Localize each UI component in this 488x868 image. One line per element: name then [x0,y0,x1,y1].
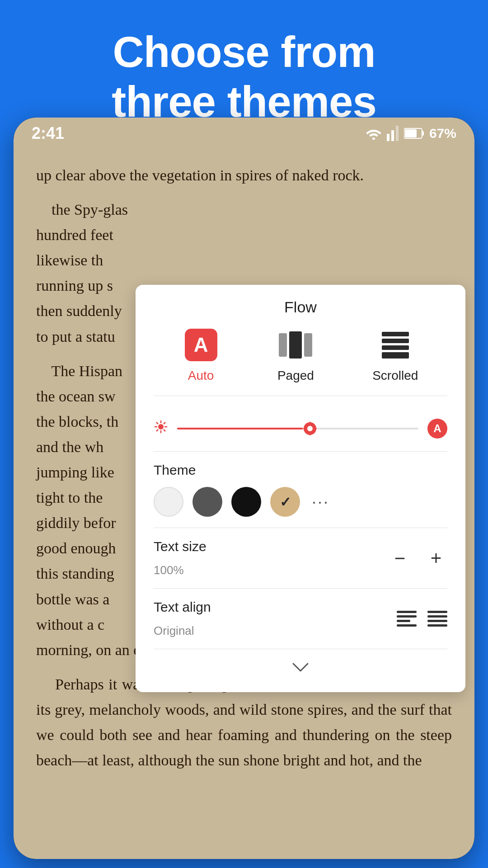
svg-line-12 [156,422,158,424]
brightness-slider[interactable] [177,428,418,429]
text-size-decrease-button[interactable]: − [389,547,411,570]
svg-line-15 [164,422,165,424]
brightness-sun-small-icon [154,420,168,438]
status-bar: 2:41 [14,118,474,149]
text-align-section: Text align Original [154,589,447,649]
flow-option-auto[interactable]: A Auto [183,327,219,383]
theme-section: Theme ··· [154,452,447,528]
scrolled-label: Scrolled [372,368,418,383]
device-wrapper: 2:41 [14,118,474,868]
flow-option-paged[interactable]: Paged [277,327,314,383]
brightness-thumb[interactable] [303,421,317,436]
svg-point-7 [158,424,164,429]
brightness-fill [177,428,310,429]
text-size-info: Text size 100% [154,539,206,577]
theme-gray[interactable] [192,487,222,517]
text-align-label: Text align [154,599,211,615]
text-size-increase-button[interactable]: + [425,547,447,570]
align-left-button[interactable] [397,611,417,627]
paged-icon [279,331,312,359]
text-align-info: Text align Original [154,599,211,638]
theme-white[interactable] [154,487,183,517]
auto-icon: A [185,329,217,361]
align-justify-icon [427,611,447,627]
text-align-controls [397,611,447,627]
svg-rect-3 [396,126,399,141]
theme-more-button[interactable]: ··· [312,492,329,511]
text-size-label: Text size [154,539,206,554]
svg-rect-5 [422,131,424,136]
text-align-row: Text align Original [154,599,447,638]
text-size-section: Text size 100% − + [154,528,447,589]
svg-line-14 [156,429,158,431]
svg-rect-6 [405,129,417,137]
scrolled-icon-wrapper [377,327,413,363]
device-screen: 2:41 [14,118,474,859]
battery-icon [404,127,424,139]
paged-label: Paged [277,368,314,383]
status-icons: 67% [366,126,456,141]
auto-icon-wrapper: A [183,327,219,363]
paged-icon-wrapper [277,327,314,363]
flow-panel-title: Flow [154,298,447,316]
svg-rect-1 [387,134,389,141]
theme-sepia[interactable] [270,487,300,517]
device-frame: 2:41 [14,118,474,859]
signal-icon [387,126,399,141]
scrolled-icon [382,332,409,359]
text-align-subtitle: Original [154,624,211,638]
svg-rect-2 [391,130,394,141]
text-size-value: 100% [154,563,206,577]
flow-options: A Auto Paged [154,327,447,396]
status-time: 2:41 [32,124,64,143]
flow-panel: Flow A Auto [136,285,465,692]
text-size-row: Text size 100% − + [154,539,447,577]
svg-line-13 [164,429,165,431]
theme-black[interactable] [231,487,261,517]
text-size-controls: − + [389,547,447,570]
align-left-icon [397,611,417,627]
brightness-row: A [154,410,447,452]
collapse-button[interactable] [291,656,310,677]
chevron-row [154,649,447,679]
wifi-icon [366,127,381,140]
svg-point-0 [372,137,375,140]
battery-percentage: 67% [429,126,456,141]
brightness-auto-icon[interactable]: A [427,419,447,439]
auto-label: Auto [188,368,214,383]
page-title: Choose fromthree themes [36,27,452,127]
flow-option-scrolled[interactable]: Scrolled [372,327,418,383]
svg-point-17 [307,426,313,431]
align-justify-button[interactable] [427,611,447,627]
theme-label: Theme [154,462,447,478]
theme-circles: ··· [154,487,447,517]
